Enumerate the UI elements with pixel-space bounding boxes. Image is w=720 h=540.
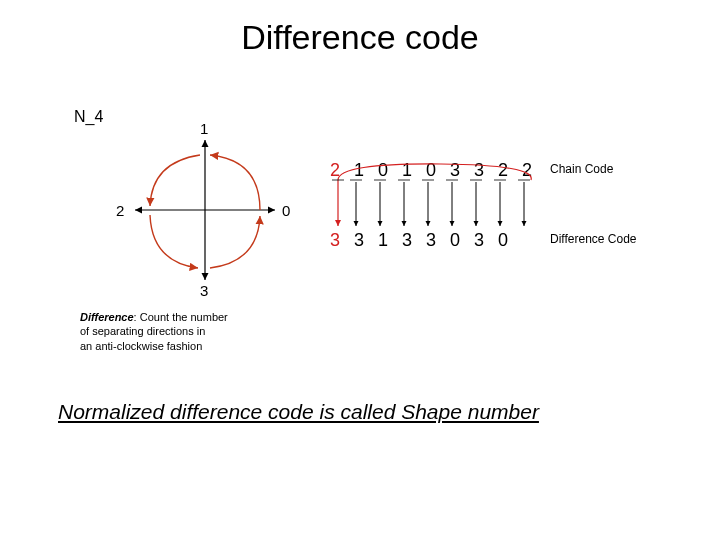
diff-word: Difference: [80, 311, 134, 323]
slide-title: Difference code: [0, 18, 720, 57]
compass-icon: [110, 120, 300, 300]
chain-code-label: Chain Code: [550, 162, 613, 176]
diff-l2: : Count the number: [134, 311, 228, 323]
dir-top: 1: [200, 120, 208, 137]
n4-label: N_4: [74, 108, 103, 126]
difference-explanation: Difference: Count the number of separati…: [80, 310, 228, 353]
dir-bottom: 3: [200, 282, 208, 299]
difference-code-label: Difference Code: [550, 232, 637, 246]
summary-line: Normalized difference code is called Sha…: [58, 400, 539, 424]
diff-l4: an anti-clockwise fashion: [80, 340, 202, 352]
code-arrows-icon: [326, 160, 556, 250]
dir-left: 2: [116, 202, 124, 219]
direction-compass: 1 0 3 2: [110, 120, 300, 300]
diff-l3: of separating directions in: [80, 325, 205, 337]
dir-right: 0: [282, 202, 290, 219]
